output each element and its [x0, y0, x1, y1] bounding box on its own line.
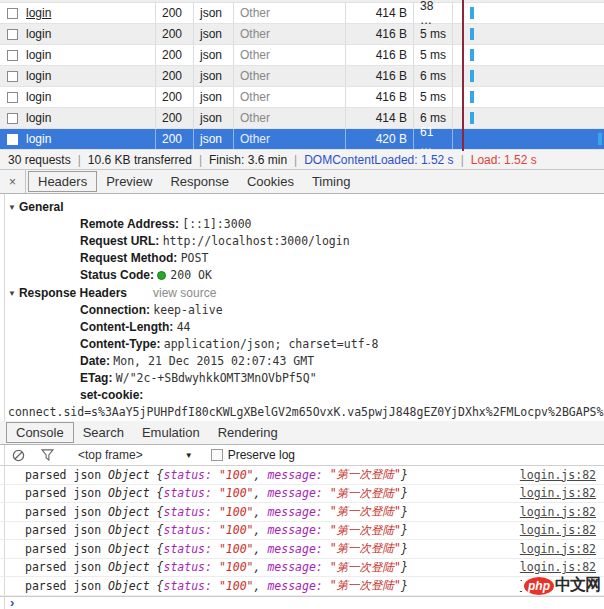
row-checkbox[interactable]	[7, 113, 18, 124]
log-key-message: message:	[267, 523, 329, 537]
network-request-row[interactable]: login200jsonOther420 B61 …	[0, 129, 604, 150]
request-name-cell[interactable]: login	[0, 129, 155, 149]
console-log-row: parsed json Object {status: "100", messa…	[0, 503, 604, 522]
header-field-label: Connection:	[80, 303, 153, 317]
source-location-link[interactable]: login.js:82	[520, 486, 596, 500]
request-size-cell: 420 B	[345, 129, 413, 149]
network-request-row[interactable]: login200jsonOther414 B38 …	[0, 3, 604, 24]
request-status-cell: 200	[155, 24, 193, 44]
log-key-status: status:	[164, 505, 219, 519]
log-object-word: Object	[108, 523, 156, 537]
header-field-value: application/json; charset=utf-8	[164, 337, 379, 351]
source-location-link[interactable]: login.js:82	[520, 468, 596, 482]
close-detail-button[interactable]: ×	[0, 170, 26, 193]
source-location-link[interactable]: login.js:82	[520, 523, 596, 537]
waterfall-bar	[470, 112, 474, 124]
tab-headers[interactable]: Headers	[28, 171, 97, 192]
request-name-cell[interactable]: login	[0, 24, 155, 44]
log-brace: {	[157, 579, 164, 593]
log-object-word: Object	[108, 505, 156, 519]
log-brace: }	[401, 505, 408, 519]
log-value-status: "100"	[219, 468, 254, 482]
request-name-cell[interactable]: login	[0, 87, 155, 107]
console-toolbar: <top frame> ▼ Preserve log	[0, 445, 604, 466]
request-name: login	[26, 69, 51, 83]
log-brace: }	[401, 560, 408, 574]
log-object-word: Object	[108, 560, 156, 574]
view-source-link[interactable]: view source	[153, 285, 216, 302]
log-value-status: "100"	[219, 579, 254, 593]
console-log-list: parsed json Object {status: "100", messa…	[0, 466, 604, 596]
header-field-value: [::1]:3000	[182, 217, 251, 231]
header-field: Content-Type: application/json; charset=…	[0, 336, 604, 353]
request-size-cell: 416 B	[345, 87, 413, 107]
tab-emulation[interactable]: Emulation	[133, 421, 209, 444]
general-section-title: General	[19, 199, 64, 216]
log-prefix: parsed json	[25, 523, 108, 537]
tab-cookies[interactable]: Cookies	[238, 170, 303, 193]
row-checkbox[interactable]	[7, 71, 18, 82]
request-name: login	[26, 111, 51, 125]
request-name-cell[interactable]: login	[0, 45, 155, 65]
console-log-row: parsed json Object {status: "100", messa…	[0, 522, 604, 541]
header-field-value: Mon, 21 Dec 2015 02:07:43 GMT	[113, 354, 314, 368]
row-checkbox[interactable]	[7, 29, 18, 40]
request-size-cell: 416 B	[345, 45, 413, 65]
frame-selector-dropdown[interactable]: <top frame> ▼	[78, 448, 193, 462]
preserve-log-checkbox[interactable]	[211, 449, 223, 461]
log-key-status: status:	[164, 542, 219, 556]
clear-console-icon[interactable]	[12, 449, 25, 462]
row-checkbox[interactable]	[7, 92, 18, 103]
log-key-message: message:	[267, 505, 329, 519]
request-status-cell: 200	[155, 45, 193, 65]
tab-timing[interactable]: Timing	[303, 170, 360, 193]
header-field-value: keep-alive	[153, 303, 222, 317]
log-brace: {	[157, 505, 164, 519]
waterfall-load-event-line	[462, 0, 464, 151]
row-checkbox[interactable]	[7, 134, 18, 145]
console-prompt[interactable]: ›	[0, 596, 604, 609]
log-separator: ,	[254, 542, 268, 556]
tab-search[interactable]: Search	[74, 421, 133, 444]
network-request-row[interactable]: login200jsonOther416 B5 ms	[0, 45, 604, 66]
row-checkbox[interactable]	[7, 8, 18, 19]
source-location-link[interactable]: login.js:82	[520, 542, 596, 556]
row-checkbox[interactable]	[7, 50, 18, 61]
header-field-value: 200 OK	[170, 268, 212, 282]
tab-rendering[interactable]: Rendering	[209, 421, 287, 444]
request-status-cell: 200	[155, 3, 193, 23]
log-object-word: Object	[108, 468, 156, 482]
log-brace: {	[157, 560, 164, 574]
network-request-row[interactable]: login200jsonOther416 B5 ms	[0, 24, 604, 45]
log-prefix: parsed json	[25, 505, 108, 519]
watermark-text: 中文网	[555, 575, 600, 596]
log-value-message: "第一次登陆"	[330, 541, 401, 556]
header-field-label: Content-Length:	[80, 320, 177, 334]
tab-preview[interactable]: Preview	[97, 170, 161, 193]
log-key-message: message:	[267, 486, 329, 500]
source-location-link[interactable]: login.js:82	[520, 560, 596, 574]
summary-finish-time: Finish: 3.6 min	[209, 153, 287, 167]
log-prefix: parsed json	[25, 560, 108, 574]
tab-response[interactable]: Response	[161, 170, 238, 193]
tab-console[interactable]: Console	[6, 422, 74, 443]
request-name-cell[interactable]: login	[0, 66, 155, 86]
collapse-triangle-icon[interactable]: ▼	[8, 199, 16, 216]
source-location-link[interactable]: login.js:82	[520, 505, 596, 519]
log-value-message: "第一次登陆"	[330, 560, 401, 575]
network-request-row[interactable]: login200jsonOther414 B6 ms	[0, 108, 604, 129]
log-separator: ,	[254, 523, 268, 537]
response-headers-section-title: Response Headers	[19, 285, 127, 302]
waterfall-bar	[598, 133, 602, 145]
network-request-row[interactable]: login200jsonOther416 B6 ms	[0, 66, 604, 87]
header-field-value: connect.sid=s%3AaY5jPUHPdfI80cKWLgXBelGV…	[8, 405, 604, 421]
collapse-triangle-icon[interactable]: ▼	[8, 285, 16, 302]
request-name-cell[interactable]: login	[0, 3, 155, 23]
console-log-row: parsed json Object {status: "100", messa…	[0, 540, 604, 559]
header-field-value: http://localhost:3000/login	[163, 234, 350, 248]
network-request-row[interactable]: login200jsonOther416 B5 ms	[0, 87, 604, 108]
filter-funnel-icon[interactable]	[41, 449, 54, 461]
log-value-message: "第一次登陆"	[330, 578, 401, 593]
request-name-cell[interactable]: login	[0, 108, 155, 128]
request-initiator-cell: Other	[233, 108, 345, 128]
